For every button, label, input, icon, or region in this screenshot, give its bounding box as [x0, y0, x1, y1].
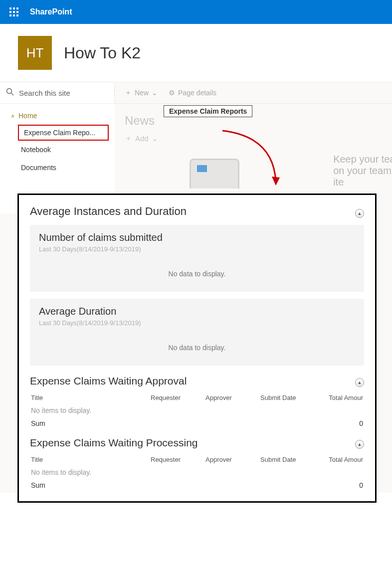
plus-icon: ＋ — [125, 88, 132, 97]
table-header: Title Requester Approver Submit Date Tot… — [30, 456, 364, 463]
col-total-amount[interactable]: Total Amour — [320, 394, 363, 401]
section-title-label: Average Instances and Duration — [30, 205, 187, 218]
col-approver[interactable]: Approver — [205, 456, 260, 463]
no-data-message: No data to display. — [39, 270, 355, 278]
page-details-button[interactable]: ⚙ Page details — [169, 89, 216, 97]
col-requester[interactable]: Requester — [151, 394, 205, 401]
card-subtitle: Last 30 Days(8/14/2019-9/13/2019) — [39, 245, 355, 253]
no-items-message: No items to display. — [30, 406, 364, 414]
sum-label: Sum — [31, 481, 359, 489]
chevron-down-icon: ⌄ — [152, 134, 158, 143]
commands: ＋ New ⌄ ⚙ Page details — [115, 82, 392, 103]
nav-notebook[interactable]: Notebook — [0, 141, 115, 159]
collapse-button[interactable]: ▲ — [355, 440, 364, 449]
card-title: Average Duration — [39, 306, 355, 317]
section-waiting-processing: Expense Claims Waiting Processing ▲ — [30, 436, 364, 449]
site-header: HT How To K2 — [0, 24, 392, 82]
section-waiting-approval: Expense Claims Waiting Approval ▲ — [30, 375, 364, 387]
col-total-amount[interactable]: Total Amour — [320, 456, 363, 463]
sum-value: 0 — [359, 419, 363, 427]
card-average-duration: Average Duration Last 30 Days(8/14/2019-… — [30, 299, 364, 366]
nav-expense-claim-reports[interactable]: Expense Claim Repo... — [18, 125, 109, 141]
nav-home[interactable]: ∧ Home — [0, 107, 115, 125]
section-title-label: Expense Claims Waiting Approval — [30, 375, 187, 387]
nav-documents[interactable]: Documents — [0, 159, 115, 177]
col-submit-date[interactable]: Submit Date — [260, 394, 320, 401]
plus-icon: ＋ — [125, 134, 132, 143]
news-add-button[interactable]: ＋ Add ⌄ — [125, 134, 392, 143]
gear-icon: ⚙ — [169, 89, 175, 97]
command-bar: I ＋ New ⌄ ⚙ Page details — [0, 82, 392, 104]
new-label: New — [135, 89, 149, 97]
search-box[interactable]: I — [0, 82, 115, 103]
sum-row: Sum 0 — [30, 481, 364, 489]
collapse-button[interactable]: ▲ — [355, 378, 364, 387]
sum-value: 0 — [359, 481, 363, 489]
col-submit-date[interactable]: Submit Date — [260, 456, 320, 463]
report-panel: Average Instances and Duration ▲ Number … — [17, 194, 377, 493]
col-requester[interactable]: Requester — [151, 456, 205, 463]
col-approver[interactable]: Approver — [205, 394, 260, 401]
nav-item-label: Documents — [21, 164, 56, 172]
search-input[interactable] — [19, 89, 114, 97]
page-details-label: Page details — [178, 89, 216, 97]
search-icon — [6, 88, 14, 98]
table-header: Title Requester Approver Submit Date Tot… — [30, 394, 364, 401]
collapse-button[interactable]: ▲ — [355, 209, 364, 218]
news-illustration — [190, 159, 239, 189]
suite-bar: SharePoint — [0, 0, 392, 24]
svg-point-0 — [7, 89, 12, 94]
nav-item-label: Notebook — [21, 146, 51, 154]
no-data-message: No data to display. — [39, 344, 355, 352]
section-title-label: Expense Claims Waiting Processing — [30, 437, 198, 449]
chevron-down-icon: ⌄ — [152, 89, 158, 97]
nav-item-label: Expense Claim Repo... — [24, 129, 95, 137]
card-number-of-claims: Number of claims submitted Last 30 Days(… — [30, 225, 364, 292]
news-section: News ＋ Add ⌄ — [125, 114, 392, 143]
col-title[interactable]: Title — [31, 394, 151, 401]
product-name[interactable]: SharePoint — [30, 7, 72, 16]
site-logo[interactable]: HT — [18, 36, 52, 70]
col-title[interactable]: Title — [31, 456, 151, 463]
card-title: Number of claims submitted — [39, 232, 355, 243]
chevron-up-icon: ∧ — [11, 113, 14, 119]
card-subtitle: Last 30 Days(8/14/2019-9/13/2019) — [39, 319, 355, 327]
news-add-label: Add — [135, 134, 149, 143]
news-hint-text: Keep your team u on your team site ite — [333, 154, 392, 188]
sum-label: Sum — [31, 419, 359, 427]
nav-home-label: Home — [18, 112, 37, 120]
nav-tooltip: Expense Claim Reports — [164, 105, 252, 117]
app-launcher-icon[interactable] — [4, 2, 24, 22]
section-average-instances: Average Instances and Duration ▲ — [30, 205, 364, 218]
no-items-message: No items to display. — [30, 468, 364, 476]
new-button[interactable]: ＋ New ⌄ — [125, 88, 158, 97]
site-title[interactable]: How To K2 — [64, 44, 141, 62]
sum-row: Sum 0 — [30, 419, 364, 427]
svg-line-1 — [11, 93, 14, 96]
